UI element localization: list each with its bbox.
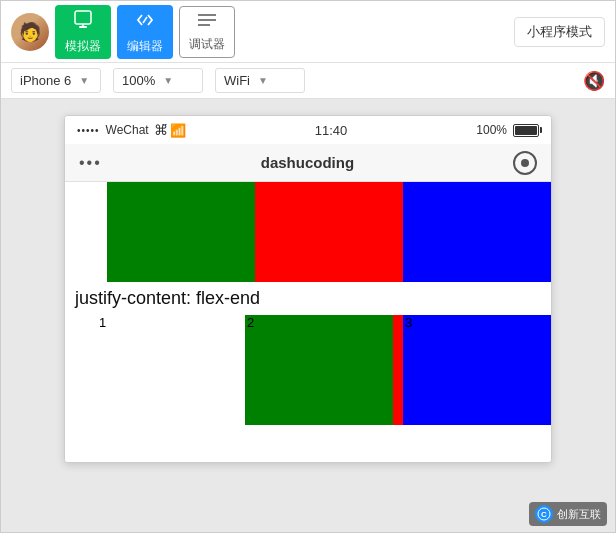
wifi-symbol: 📶 (170, 123, 186, 138)
svg-text:C: C (541, 510, 547, 519)
status-time: 11:40 (186, 123, 477, 138)
debugger-label: 调试器 (189, 36, 225, 53)
zoom-selector[interactable]: 100% ▼ (113, 68, 203, 93)
status-right: 100% (476, 123, 539, 137)
toolbar: 🧑 模拟器 编辑器 调试器 (1, 1, 615, 63)
nav-record-button[interactable] (513, 151, 537, 175)
debugger-icon (196, 11, 218, 34)
flex-box-red-bottom (393, 315, 403, 425)
battery-pct: 100% (476, 123, 507, 137)
watermark-icon: C (535, 505, 553, 523)
content-area: justify-content: flex-end 1 2 3 (65, 182, 551, 462)
carrier-label: WeChat (106, 123, 149, 137)
flex-box-blue-bottom: 3 (403, 315, 551, 425)
nav-menu-icon[interactable]: ••• (79, 154, 102, 172)
simulator-icon (72, 9, 94, 36)
network-value: WiFi (224, 73, 250, 88)
editor-icon (134, 9, 156, 36)
battery-fill (515, 126, 537, 135)
svg-rect-0 (75, 11, 91, 24)
device-chevron-icon: ▼ (79, 75, 89, 86)
device-bar: iPhone 6 ▼ 100% ▼ WiFi ▼ 🔇 (1, 63, 615, 99)
network-chevron-icon: ▼ (258, 75, 268, 86)
debugger-button[interactable]: 调试器 (179, 6, 235, 58)
watermark: C 创新互联 (529, 502, 607, 526)
flex-box-green-top (107, 182, 255, 282)
avatar: 🧑 (11, 13, 49, 51)
editor-label: 编辑器 (127, 38, 163, 55)
zoom-value: 100% (122, 73, 155, 88)
network-selector[interactable]: WiFi ▼ (215, 68, 305, 93)
flex-demo-top (65, 182, 551, 282)
box-num-1: 1 (99, 315, 106, 330)
sound-icon[interactable]: 🔇 (583, 70, 605, 92)
signal-area: ••••• WeChat ⌘̈ 📶 (77, 122, 186, 138)
device-name: iPhone 6 (20, 73, 71, 88)
flex-label: justify-content: flex-end (65, 282, 551, 315)
flex-box-green-bottom: 2 (245, 315, 393, 425)
zoom-chevron-icon: ▼ (163, 75, 173, 86)
watermark-text: 创新互联 (557, 507, 601, 522)
box-num-2: 2 (247, 315, 254, 330)
miniprogram-mode-button[interactable]: 小程序模式 (514, 17, 605, 47)
status-bar: ••••• WeChat ⌘̈ 📶 11:40 100% (65, 116, 551, 144)
nav-record-dot (521, 159, 529, 167)
flex-box-blue-top (403, 182, 551, 282)
nav-title: dashucoding (102, 154, 513, 171)
wifi-icon: ⌘̈ (154, 122, 168, 138)
editor-button[interactable]: 编辑器 (117, 5, 173, 59)
flex-demo-bottom: 1 2 3 (65, 315, 551, 425)
main-area: ••••• WeChat ⌘̈ 📶 11:40 100% ••• dashuco… (1, 99, 615, 533)
signal-dots: ••••• (77, 125, 100, 136)
battery-icon (513, 124, 539, 137)
box-num-3: 3 (405, 315, 412, 330)
simulator-button[interactable]: 模拟器 (55, 5, 111, 59)
svg-rect-1 (79, 26, 87, 28)
flex-box-red-top (255, 182, 403, 282)
nav-bar: ••• dashucoding (65, 144, 551, 182)
flex-box-white-bottom: 1 (97, 315, 245, 425)
simulator-label: 模拟器 (65, 38, 101, 55)
device-selector[interactable]: iPhone 6 ▼ (11, 68, 101, 93)
phone-frame: ••••• WeChat ⌘̈ 📶 11:40 100% ••• dashuco… (64, 115, 552, 463)
svg-line-3 (143, 17, 147, 23)
